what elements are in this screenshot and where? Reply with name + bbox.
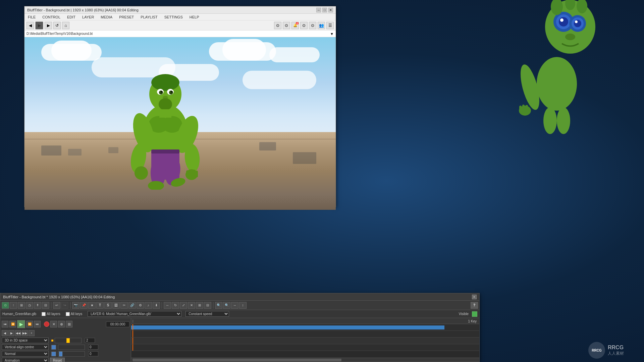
stop-button[interactable]: ✕ <box>50 321 57 327</box>
refresh-button[interactable]: ↺ <box>53 22 61 29</box>
back-button[interactable]: ◀ <box>26 22 34 29</box>
settings-button[interactable]: ⚙ <box>137 302 144 309</box>
align-select[interactable]: Vertical align centre <box>2 344 49 350</box>
flip-v-button[interactable]: ↕ <box>239 302 247 309</box>
rotate-button[interactable]: ↻ <box>172 302 179 309</box>
align-value-input[interactable]: 0 <box>88 345 98 350</box>
ruler-label: | <box>132 319 133 323</box>
menu-help[interactable]: HELP <box>188 14 201 20</box>
slider-mode[interactable] <box>58 351 85 357</box>
tool-5[interactable]: ⊙ <box>309 22 316 29</box>
star-button[interactable]: ★ <box>88 302 96 309</box>
forward-button[interactable]: ▶ <box>45 22 52 29</box>
slider-space[interactable] <box>55 338 82 343</box>
move-button[interactable]: ↔ <box>164 302 171 309</box>
nav-right2[interactable]: ▶▶ <box>22 330 28 336</box>
undo-button[interactable]: ↩ <box>53 302 60 309</box>
nav-plus[interactable]: + <box>29 330 35 336</box>
slider-thumb-space[interactable] <box>66 338 70 343</box>
menu-edit[interactable]: EDIT <box>66 14 77 20</box>
bt-export-button[interactable]: ↑ <box>10 302 17 309</box>
menu-preset[interactable]: PRESET <box>118 14 135 20</box>
link-button[interactable]: 🔗 <box>128 302 136 309</box>
menu-playlist[interactable]: PLAYLIST <box>139 14 159 20</box>
timeline-scrollbar[interactable] <box>131 358 479 362</box>
file-path: D:\Media\BluffTiter\Temp\V16\Background.… <box>26 32 93 36</box>
timeline-track-3[interactable] <box>131 338 479 344</box>
paste-frame-button[interactable]: ⊞ <box>66 321 72 327</box>
collapse-button[interactable]: ⊟ <box>204 302 211 309</box>
menu-button[interactable]: ☰ <box>326 22 334 29</box>
tool-3[interactable]: 🔔 4 <box>291 22 299 29</box>
bt-grid-button[interactable]: ⊞ <box>18 302 25 309</box>
visible-checkbox[interactable] <box>472 311 477 317</box>
maximize-button[interactable]: □ <box>322 8 327 12</box>
tool-2[interactable]: ⊙ <box>283 22 290 29</box>
timeline-track-2[interactable] <box>131 331 479 338</box>
copy-frame-button[interactable]: ⊕ <box>58 321 65 327</box>
bt-upload-button[interactable]: ↟ <box>34 302 41 309</box>
record-button[interactable] <box>44 321 49 327</box>
mode-select[interactable]: Normal <box>2 351 49 357</box>
bt-new-button[interactable]: ⊙ <box>2 302 9 309</box>
animation-select[interactable]: Animation <box>2 358 49 362</box>
next-frame-button[interactable]: ⏩ <box>26 321 33 327</box>
scrollbar-thumb[interactable] <box>132 359 341 361</box>
slider-thumb-mode[interactable] <box>59 352 62 356</box>
close-button[interactable]: ✕ <box>328 8 333 12</box>
layer-dropdown[interactable]: LAYER 6: Model 'Human_GreenMan.glb' <box>88 311 181 317</box>
pin-button[interactable]: 📌 <box>80 302 88 309</box>
bt-list-button[interactable]: ⊟ <box>42 302 49 309</box>
prev-frame-button[interactable]: ⏪ <box>9 321 16 327</box>
timeline-track-1[interactable] <box>131 324 479 331</box>
timeline-track-4[interactable] <box>131 344 479 351</box>
menu-settings[interactable]: SETTINGS <box>163 14 184 20</box>
menu-layer[interactable]: LAYER <box>81 14 95 20</box>
menu-media[interactable]: MEDIA <box>99 14 114 20</box>
tool-4[interactable]: ⊙ <box>300 22 308 29</box>
expand-button[interactable]: ⊞ <box>196 302 203 309</box>
slider-align[interactable] <box>58 345 85 350</box>
zoom-out-button[interactable]: 🔍 <box>223 302 230 309</box>
nav-left2[interactable]: ◀◀ <box>15 330 21 336</box>
text-button[interactable]: T <box>96 302 104 309</box>
zoom-in-button[interactable]: 🔍 <box>215 302 222 309</box>
home-button[interactable]: ⌂ <box>62 22 69 29</box>
tool-1[interactable]: ⊙ <box>274 22 281 29</box>
image-button[interactable]: 🖼 <box>112 302 120 309</box>
s-button[interactable]: S <box>104 302 112 309</box>
tool-x[interactable]: ✕ <box>188 302 195 309</box>
menu-file[interactable]: FILE <box>26 14 37 20</box>
svg-point-49 <box>543 107 557 134</box>
reset-button[interactable]: Reset <box>50 358 65 362</box>
go-start-button[interactable]: ⏮ <box>2 321 8 327</box>
space-select[interactable]: 3D in 3D space <box>2 338 49 343</box>
flip-h-button[interactable]: ↔ <box>231 302 238 309</box>
bt-clock-button[interactable]: ◷ <box>26 302 33 309</box>
play-anim-button[interactable]: ▶ <box>17 320 25 328</box>
space-value-input[interactable]: 2 <box>85 338 95 343</box>
all-layers-checkbox[interactable] <box>42 312 46 316</box>
redo-button[interactable]: ↪ <box>61 302 68 309</box>
nav-left[interactable]: ◀ <box>2 330 8 336</box>
menu-control[interactable]: CONTROL <box>41 14 62 20</box>
cut-button[interactable]: ✂ <box>120 302 128 309</box>
users-button[interactable]: 👥 <box>318 22 325 29</box>
speed-dropdown[interactable]: Constant speed <box>185 311 229 317</box>
help-button[interactable]: ? <box>471 302 478 309</box>
bottom-close-button[interactable]: ✕ <box>472 295 477 299</box>
minimize-button[interactable]: ─ <box>316 8 321 12</box>
prop-row-space: 3D in 3D space 2 <box>2 338 129 343</box>
props-panel: ⏮ ⏪ ▶ ⏩ ⏭ ✕ ⊕ ⊞ 00:00.000 ◀ ▶ ◀◀ ▶▶ + <box>0 318 131 362</box>
mode-value-input[interactable]: 0 <box>88 351 98 356</box>
download-button[interactable]: ⬇ <box>153 302 160 309</box>
play-button[interactable]: ▶ <box>35 21 43 29</box>
svg-point-34 <box>560 18 564 22</box>
music-button[interactable]: ♪ <box>145 302 152 309</box>
all-keys-checkbox[interactable] <box>66 312 70 316</box>
go-end-button[interactable]: ⏭ <box>34 321 41 327</box>
scale-button[interactable]: ⤢ <box>180 302 187 309</box>
nav-right[interactable]: ▶ <box>8 330 14 336</box>
camera-button[interactable]: 📷 <box>72 302 79 309</box>
path-dropdown-arrow[interactable]: ▼ <box>330 32 334 36</box>
